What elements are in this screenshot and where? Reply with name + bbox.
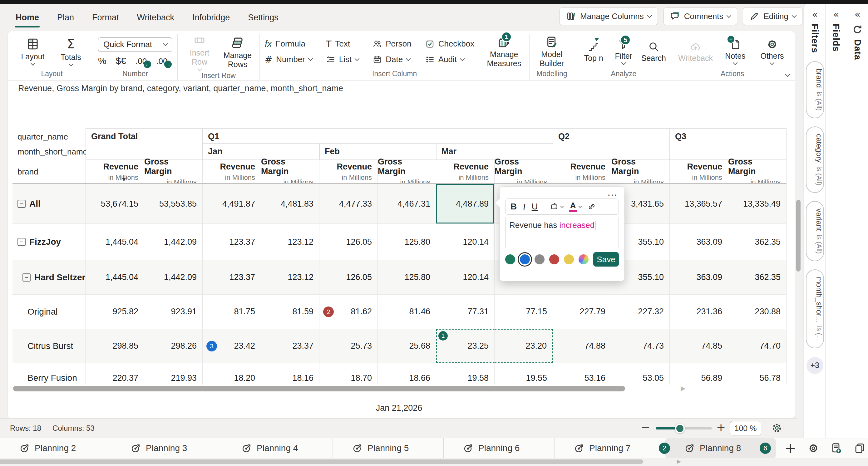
menu-item-infobridge[interactable]: Infobridge <box>192 13 230 23</box>
filter-pill-brand[interactable]: brandis (All) <box>806 61 824 118</box>
table-cell[interactable]: 4,477.33 <box>319 184 378 223</box>
column-header[interactable]: Gross Marginin Millions <box>261 160 319 184</box>
table-cell[interactable]: 23.423 <box>203 329 261 363</box>
column-header[interactable]: Revenuein Millions <box>553 160 611 184</box>
collapse-fields-button[interactable]: « <box>833 9 839 19</box>
font-color-button[interactable]: A <box>569 201 581 212</box>
table-cell[interactable]: 120.14 <box>436 260 495 294</box>
data-panel-title[interactable]: Data <box>852 39 863 60</box>
table-cell[interactable]: 120.14 <box>436 224 495 260</box>
comment-text-input[interactable]: Revenue has increased <box>505 217 619 248</box>
table-cell[interactable]: 1,442.09 <box>144 260 203 294</box>
table-cell[interactable]: 1,442.09 <box>144 224 203 260</box>
column-header[interactable]: Revenuein Millions▼ <box>86 160 144 184</box>
percent-format-button[interactable]: % <box>98 56 106 66</box>
comments-button[interactable]: Comments <box>663 7 738 25</box>
comment-color-dot[interactable] <box>505 254 515 265</box>
italic-button[interactable]: I <box>523 201 525 212</box>
table-cell[interactable]: 18.20 <box>203 363 261 384</box>
table-cell[interactable]: 4,491.87 <box>203 184 261 223</box>
column-header[interactable]: Revenuein Millions <box>436 160 495 184</box>
column-header[interactable]: Gross Marginin Millions <box>728 160 786 184</box>
insert-checkbox-column-button[interactable]: Checkbox <box>425 39 474 49</box>
sheet-tab-planning-2[interactable]: Planning 2 <box>0 438 111 458</box>
table-cell[interactable]: 74.73 <box>611 329 670 363</box>
table-cell[interactable]: 18.16 <box>261 363 319 384</box>
table-cell[interactable]: 13,335.49 <box>728 184 786 223</box>
row-label[interactable]: −All <box>12 184 86 223</box>
column-group-header[interactable]: Q2 <box>553 128 670 160</box>
table-cell[interactable]: 4,467.31 <box>378 184 436 223</box>
notes-button[interactable]: + Notes <box>721 38 750 65</box>
table-cell[interactable]: 19.58 <box>436 363 495 384</box>
menu-item-settings[interactable]: Settings <box>248 13 279 23</box>
table-cell[interactable]: 53,553.85 <box>144 184 203 223</box>
table-cell[interactable]: 81.75 <box>203 294 261 329</box>
menu-item-home[interactable]: Home <box>16 13 39 23</box>
table-cell[interactable]: 363.09 <box>670 224 728 260</box>
column-group-header[interactable]: Q3 <box>670 128 786 160</box>
model-builder-button[interactable]: Model Builder <box>534 35 569 68</box>
comment-color-dot[interactable] <box>534 254 545 265</box>
table-cell[interactable]: 231.36 <box>670 294 728 329</box>
fill-color-button[interactable] <box>550 202 563 211</box>
insert-formula-column-button[interactable]: fxFormula <box>265 39 312 49</box>
column-header[interactable]: Revenuein Millions <box>203 160 261 184</box>
add-sheet-button[interactable]: + <box>785 441 796 455</box>
collapse-row-icon[interactable]: − <box>23 273 31 282</box>
scrollbar-thumb[interactable] <box>796 200 801 272</box>
corner-quarter-label[interactable]: quarter_name <box>18 132 68 142</box>
collapse-row-icon[interactable]: − <box>18 238 26 246</box>
table-cell[interactable]: 126.05 <box>319 260 378 294</box>
comment-color-dot[interactable] <box>549 254 559 265</box>
more-filters-badge[interactable]: +3 <box>806 357 823 374</box>
currency-format-button[interactable]: $€ <box>116 56 126 66</box>
insert-date-column-button[interactable]: Date <box>372 55 411 64</box>
table-cell[interactable]: 4,481.83 <box>261 184 319 223</box>
filter-button[interactable]: 5 Filter <box>609 38 638 65</box>
insert-text-column-button[interactable]: TText <box>326 39 359 49</box>
others-button[interactable]: Others <box>758 38 786 65</box>
table-cell[interactable]: 53.16 <box>553 363 611 384</box>
table-cell[interactable]: 81.59 <box>261 294 319 329</box>
table-cell[interactable]: 18.66 <box>378 363 436 384</box>
refresh-data-icon[interactable] <box>852 24 863 35</box>
table-cell[interactable]: 56.78 <box>728 363 786 384</box>
editing-mode-button[interactable]: Editing <box>743 7 802 25</box>
comment-color-dot[interactable] <box>564 254 574 265</box>
decrease-decimal-button[interactable]: .00← <box>135 57 147 66</box>
table-cell[interactable]: 123.12 <box>261 224 319 260</box>
layout-button[interactable]: Layout <box>16 37 50 66</box>
table-cell[interactable]: 56.89 <box>670 363 728 384</box>
table-cell[interactable]: 362.35 <box>728 224 786 260</box>
totals-button[interactable]: Σ Totals <box>54 37 88 67</box>
table-cell[interactable]: 23.20 <box>495 329 553 363</box>
collapse-filters-button[interactable]: « <box>812 9 818 19</box>
collapse-row-icon[interactable]: − <box>18 200 26 208</box>
insert-link-button[interactable] <box>587 202 596 211</box>
custom-color-dot[interactable] <box>579 254 589 265</box>
column-header[interactable]: Revenuein Millions <box>319 160 378 184</box>
table-cell[interactable]: 13,365.57 <box>670 184 728 223</box>
table-cell[interactable]: 123.37 <box>203 260 261 294</box>
save-comment-button[interactable]: Save <box>593 252 619 267</box>
zoom-slider-thumb[interactable] <box>675 424 685 433</box>
sheet-tab-planning-4[interactable]: Planning 4 <box>222 438 333 458</box>
table-cell[interactable]: 219.93 <box>144 363 203 384</box>
scrollbar-thumb[interactable] <box>13 386 625 392</box>
table-cell[interactable]: 123.12 <box>261 260 319 294</box>
scrollbar-thumb[interactable] <box>0 460 643 464</box>
zoom-out-button[interactable]: − <box>641 421 650 434</box>
table-cell[interactable]: 23.37 <box>261 329 319 363</box>
table-cell[interactable]: 53,674.15 <box>86 184 144 223</box>
window-bottom-scrollbar[interactable]: ▶ <box>0 458 868 466</box>
row-label[interactable]: Berry Fusion <box>12 363 86 384</box>
bold-button[interactable]: B <box>510 201 517 212</box>
table-cell[interactable]: 18.70 <box>319 363 378 384</box>
insert-row-button[interactable]: Insert Row <box>183 34 216 71</box>
filters-panel-title[interactable]: Filters <box>810 24 820 53</box>
writeback-button[interactable]: Writeback <box>678 40 713 63</box>
column-header[interactable]: Gross Marginin Millions <box>144 160 203 184</box>
menu-item-writeback[interactable]: Writeback <box>137 13 175 23</box>
table-cell[interactable]: 126.05 <box>319 224 378 260</box>
